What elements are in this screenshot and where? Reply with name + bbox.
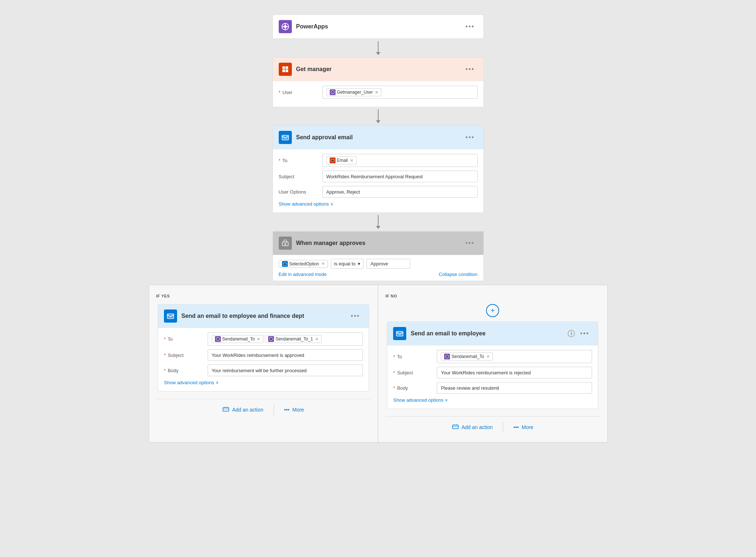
no-branch-card-header: Send an email to employee ℹ •••: [387, 322, 598, 346]
svg-point-23: [271, 339, 272, 340]
send-approval-email-body: * To Email ✕ Subject WorkRides Reimbur: [273, 149, 483, 213]
powerapps-title: PowerApps: [296, 23, 463, 30]
condition-operator-select[interactable]: is equal to ▾: [331, 259, 364, 269]
svg-rect-24: [223, 408, 229, 411]
no-body-value[interactable]: Please review and resubmit: [437, 382, 592, 394]
no-body-row: * Body Please review and resubmit: [393, 382, 592, 394]
email-token-icon: [330, 157, 336, 163]
no-branch-card: Send an email to employee ℹ ••• * To: [387, 322, 598, 409]
yes-branch-card: Send an email to employee and finance de…: [158, 304, 369, 392]
get-manager-card: Get manager ••• * User Getmanager_User ✕: [273, 57, 484, 107]
no-show-advanced-label: Show advanced options: [393, 397, 443, 403]
yes-subject-text: Your WorkRides reimbursement is approved: [212, 352, 304, 358]
no-to-token: Sendanemail_To ✕: [441, 352, 493, 361]
when-manager-approves-icon: [279, 237, 292, 250]
yes-body-row: * Body Your reimbursement will be furthe…: [164, 365, 363, 376]
send-approval-email-card: Send approval email ••• * To Email ✕: [273, 125, 484, 213]
yes-show-advanced[interactable]: Show advanced options ∨: [164, 380, 363, 385]
no-subject-value[interactable]: Your WorkRides reimbursement is rejected: [437, 367, 592, 378]
condition-footer: Edit in advanced mode Collapse condition: [273, 270, 483, 281]
yes-to-value[interactable]: Sendanemail_To ✕ Sendanemail_To_1 ✕: [208, 332, 363, 346]
email-token-close[interactable]: ✕: [350, 158, 353, 163]
condition-value-input[interactable]: Approve: [367, 259, 410, 269]
yes-branch-card-title: Send an email to employee and finance de…: [181, 313, 348, 319]
yes-body-text: Your reimbursement will be further proce…: [212, 368, 307, 373]
no-to-label: * To: [393, 354, 437, 359]
yes-to-token-1-text: Sendanemail_To: [222, 336, 255, 342]
yes-subject-label: * Subject: [164, 352, 208, 358]
no-branch-info-icon: ℹ: [568, 330, 575, 337]
approval-subject-value[interactable]: WorkRides Reimbursement Approval Request: [322, 171, 478, 182]
get-manager-more-btn[interactable]: •••: [463, 64, 478, 75]
send-approval-show-advanced[interactable]: Show advanced options ∨: [279, 201, 478, 207]
when-manager-approves-header: When manager approves •••: [273, 231, 483, 255]
condition-row: SelectedOption ✕ is equal to ▾ Approve: [273, 255, 483, 270]
yes-action-bar: Add an action ••• More: [156, 399, 371, 416]
selected-option-token: SelectedOption ✕: [279, 260, 328, 268]
when-manager-approves-card: When manager approves ••• SelectedOption…: [273, 231, 484, 281]
svg-point-21: [217, 339, 218, 340]
powerapps-more-btn[interactable]: •••: [463, 22, 478, 32]
condition-value-text: Approve: [371, 261, 388, 266]
getmanager-user-token-close[interactable]: ✕: [375, 90, 378, 95]
svg-point-28: [447, 356, 448, 357]
send-approval-email-header: Send approval email •••: [273, 126, 483, 149]
yes-body-value[interactable]: Your reimbursement will be further proce…: [208, 365, 363, 376]
yes-add-action-btn[interactable]: Add an action: [212, 404, 274, 416]
if-no-plus-circle[interactable]: +: [486, 304, 499, 317]
when-manager-approves-title: When manager approves: [296, 240, 463, 246]
svg-rect-11: [282, 135, 289, 140]
yes-more-btn[interactable]: ••• More: [274, 405, 314, 415]
yes-to-token-1: Sendanemail_To ✕: [212, 335, 263, 343]
no-to-value[interactable]: Sendanemail_To ✕: [437, 350, 592, 363]
approval-to-row: * To Email ✕: [279, 154, 478, 167]
yes-subject-row: * Subject Your WorkRides reimbursement i…: [164, 349, 363, 361]
no-to-row: * To Sendanemail_To ✕: [393, 350, 592, 363]
no-to-token-close[interactable]: ✕: [486, 354, 490, 359]
send-approval-email-title: Send approval email: [296, 134, 463, 141]
yes-more-label: More: [292, 407, 304, 413]
no-more-btn[interactable]: ••• More: [503, 422, 544, 432]
yes-to-token-2-close[interactable]: ✕: [315, 337, 318, 342]
no-branch-more-btn[interactable]: •••: [577, 328, 592, 339]
edit-advanced-link[interactable]: Edit in advanced mode: [279, 272, 327, 277]
getmanager-user-token-text: Getmanager_User: [337, 90, 373, 95]
approval-useroptions-text: Approve, Reject: [326, 189, 360, 195]
branches-container: IF YES Send an email to employee and fin…: [149, 285, 608, 443]
no-subject-text: Your WorkRides reimbursement is rejected: [441, 370, 530, 375]
no-show-advanced[interactable]: Show advanced options ∨: [393, 397, 592, 403]
get-manager-icon: [279, 63, 292, 76]
svg-rect-13: [331, 160, 334, 162]
collapse-condition-link[interactable]: Collapse condition: [439, 272, 477, 277]
yes-body-label: * Body: [164, 368, 208, 373]
selected-option-token-icon: [282, 261, 288, 267]
condition-operator-text: is equal to: [334, 261, 356, 266]
get-manager-body: * User Getmanager_User ✕: [273, 81, 483, 107]
if-no-branch: IF NO + Send an email to employee ℹ •••: [378, 285, 607, 442]
no-branch-card-title: Send an email to employee: [411, 330, 568, 337]
approval-to-value[interactable]: Email ✕: [322, 154, 478, 167]
yes-to-token-1-close[interactable]: ✕: [257, 337, 260, 342]
approval-useroptions-value[interactable]: Approve, Reject: [322, 186, 478, 198]
when-manager-approves-more-btn[interactable]: •••: [463, 238, 478, 249]
selected-option-token-close[interactable]: ✕: [321, 261, 325, 266]
flow-container: PowerApps ••• Get manager •••: [0, 0, 756, 457]
get-manager-user-value[interactable]: Getmanager_User ✕: [322, 86, 478, 99]
send-approval-show-advanced-chevron: ∨: [330, 202, 333, 206]
svg-point-10: [332, 92, 333, 93]
if-yes-branch: IF YES Send an email to employee and fin…: [149, 285, 379, 442]
no-to-token-text: Sendanemail_To: [451, 354, 484, 359]
no-show-advanced-chevron: ∨: [445, 398, 448, 402]
get-manager-title: Get manager: [296, 66, 463, 73]
yes-branch-more-btn[interactable]: •••: [348, 311, 363, 322]
yes-subject-value[interactable]: Your WorkRides reimbursement is approved: [208, 349, 363, 361]
yes-more-dots: •••: [284, 407, 290, 413]
send-approval-email-more-btn[interactable]: •••: [463, 132, 478, 143]
svg-rect-29: [453, 425, 458, 429]
yes-show-advanced-chevron: ∨: [216, 380, 219, 385]
email-token-text: Email: [337, 158, 348, 163]
powerapps-icon: [279, 20, 292, 33]
no-add-action-btn[interactable]: Add an action: [442, 421, 503, 433]
svg-rect-7: [282, 70, 285, 72]
svg-rect-17: [283, 263, 286, 265]
